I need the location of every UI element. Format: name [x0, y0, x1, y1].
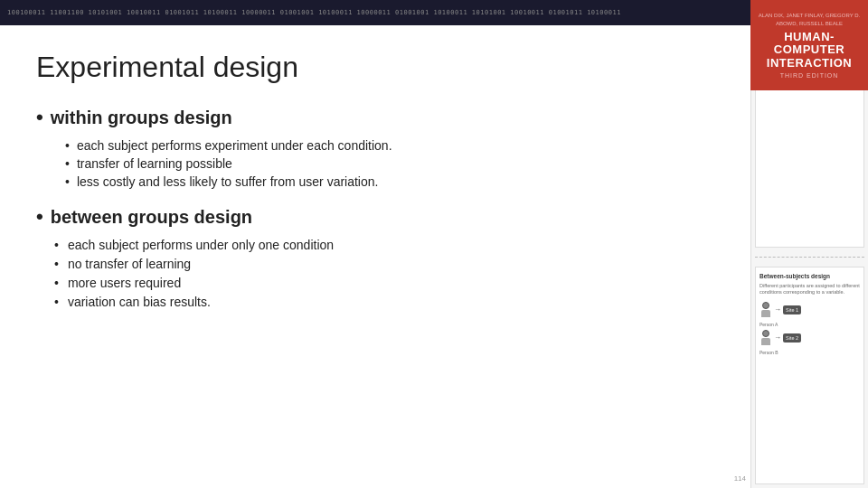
- main-content: Experimental design within groups design…: [0, 25, 750, 488]
- book-authors: ALAN DIX, JANET FINLAY, GREGORY D. ABOWD…: [758, 12, 861, 27]
- within-bullet-1: each subject performs experiment under e…: [65, 138, 714, 153]
- book-cover: ALAN DIX, JANET FINLAY, GREGORY D. ABOWD…: [750, 0, 868, 90]
- top-bar: 100100011 11001100 10101001 10010011 010…: [0, 0, 868, 25]
- page-title: Experimental design: [36, 51, 714, 84]
- between-diagram-title: Between-subjects design: [760, 273, 860, 279]
- site1-box-between: Site 1: [783, 305, 801, 314]
- diagrams-panel: Within-subjects design The same particip…: [750, 25, 868, 488]
- person-head-a: [762, 302, 769, 309]
- between-bullets-list: each subject performs under only one con…: [54, 238, 714, 309]
- between-diagram-desc: Different participants are assigned to d…: [760, 283, 860, 296]
- within-bullet-3: less costly and less likely to suffer fr…: [65, 174, 714, 189]
- page-number: 114: [734, 474, 746, 483]
- book-title: HUMAN-COMPUTERINTERACTION: [758, 31, 861, 70]
- within-bullets-list: each subject performs experiment under e…: [65, 138, 714, 189]
- arrow-b: →: [774, 333, 781, 342]
- between-row-a: → Site 1: [760, 302, 860, 318]
- person-body-a: [761, 310, 770, 317]
- between-bullet-2: no transfer of learning: [54, 257, 714, 271]
- binary-code-text: 100100011 11001100 10101001 10010011 010…: [7, 9, 839, 16]
- between-subjects-diagram: Between-subjects design Different partic…: [755, 267, 864, 485]
- book-edition: THIRD EDITION: [780, 72, 839, 79]
- person-icon-a: [760, 302, 772, 318]
- diagram-separator: [755, 257, 864, 258]
- site2-box-between: Site 2: [783, 333, 801, 343]
- person-body-b: [761, 338, 770, 345]
- between-bullet-3: more users required: [54, 276, 714, 290]
- person-head-b: [762, 330, 769, 337]
- between-diagram-flow: → Site 1 Person A → Site 2 Person B: [760, 302, 860, 355]
- within-bullet-2: transfer of learning possible: [65, 156, 714, 171]
- within-groups-heading: within groups design: [36, 106, 714, 129]
- between-bullet-4: variation can bias results.: [54, 295, 714, 309]
- between-bullet-1: each subject performs under only one con…: [54, 238, 714, 252]
- person-b-label: Person B: [760, 350, 860, 355]
- person-icon-b: [760, 330, 772, 346]
- between-row-b: → Site 2: [760, 330, 860, 346]
- person-a-label: Person A: [760, 322, 860, 327]
- between-groups-heading: between groups design: [36, 205, 714, 229]
- arrow-a: →: [774, 305, 781, 314]
- between-section: between groups design each subject perfo…: [36, 205, 714, 309]
